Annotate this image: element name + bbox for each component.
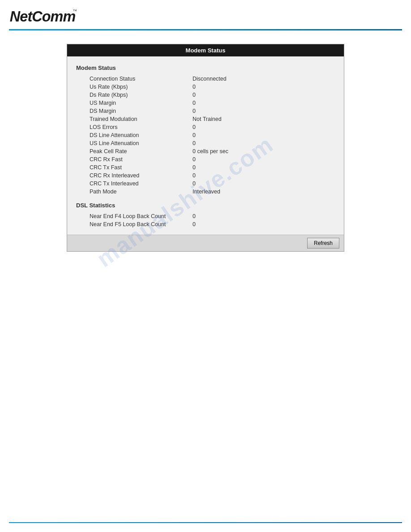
table-row: Connection StatusDisconnected [90, 75, 335, 83]
status-label: CRC Tx Fast [90, 164, 193, 171]
svg-text:NetComm: NetComm [10, 9, 76, 25]
status-value: 0 [193, 140, 196, 146]
status-label: Peak Cell Rate [90, 148, 193, 154]
table-row: DS Line Attenuation0 [90, 131, 335, 139]
table-row: CRC Rx Interleaved0 [90, 172, 335, 180]
dsl-label: Near End F5 Loop Back Count [90, 221, 193, 227]
dsl-label: Near End F4 Loop Back Count [90, 213, 193, 219]
footer-divider [9, 522, 402, 523]
panel-footer: Refresh [67, 235, 344, 251]
status-value: 0 cells per sec [193, 148, 228, 154]
table-row: LOS Errors0 [90, 123, 335, 131]
panel-header: Modem Status [67, 44, 344, 56]
table-row: Near End F4 Loop Back Count0 [90, 212, 335, 220]
table-row: Ds Rate (Kbps)0 [90, 91, 335, 99]
panel-title: Modem Status [186, 47, 226, 54]
status-label: US Line Attenuation [90, 140, 193, 146]
table-row: US Margin0 [90, 99, 335, 107]
dsl-status-rows: Near End F4 Loop Back Count0Near End F5 … [76, 212, 335, 228]
dsl-value: 0 [193, 213, 196, 219]
table-row: DS Margin0 [90, 107, 335, 115]
table-row: Near End F5 Loop Back Count0 [90, 220, 335, 228]
table-row: Trained ModulationNot Trained [90, 115, 335, 123]
status-value: 0 [193, 164, 196, 171]
modem-status-rows: Connection StatusDisconnectedUs Rate (Kb… [76, 75, 335, 196]
modem-section-title: Modem Status [76, 64, 335, 71]
status-value: Interleaved [193, 189, 220, 195]
status-label: CRC Rx Interleaved [90, 172, 193, 179]
status-value: 0 [193, 124, 196, 130]
status-value: Not Trained [193, 116, 222, 122]
status-label: Ds Rate (Kbps) [90, 92, 193, 98]
status-value: 0 [193, 156, 196, 163]
status-label: Us Rate (Kbps) [90, 84, 193, 90]
table-row: Us Rate (Kbps)0 [90, 83, 335, 91]
status-value: 0 [193, 108, 196, 114]
status-label: Connection Status [90, 76, 193, 82]
status-value: 0 [193, 92, 196, 98]
logo-area: NetComm ™ [9, 5, 81, 26]
netcomm-logo: NetComm ™ [9, 5, 81, 26]
status-label: US Margin [90, 100, 193, 106]
status-value: 0 [193, 84, 196, 90]
status-label: CRC Tx Interleaved [90, 180, 193, 187]
dsl-value: 0 [193, 221, 196, 227]
status-value: 0 [193, 180, 196, 187]
refresh-button[interactable]: Refresh [307, 238, 339, 249]
status-value: Disconnected [193, 76, 227, 82]
table-row: US Line Attenuation0 [90, 139, 335, 147]
main-content: Modem Status Modem Status Connection Sta… [0, 30, 411, 265]
status-label: CRC Rx Fast [90, 156, 193, 163]
status-label: Trained Modulation [90, 116, 193, 122]
status-value: 0 [193, 132, 196, 138]
table-row: CRC Rx Fast0 [90, 155, 335, 163]
status-value: 0 [193, 172, 196, 179]
dsl-section-title: DSL Statistics [76, 202, 335, 209]
status-value: 0 [193, 100, 196, 106]
dsl-statistics-section: DSL Statistics Near End F4 Loop Back Cou… [76, 202, 335, 228]
svg-text:™: ™ [73, 9, 77, 13]
status-label: LOS Errors [90, 124, 193, 130]
table-row: Path ModeInterleaved [90, 188, 335, 196]
status-label: DS Line Attenuation [90, 132, 193, 138]
status-label: DS Margin [90, 108, 193, 114]
modem-status-panel: Modem Status Modem Status Connection Sta… [67, 44, 344, 252]
table-row: CRC Tx Interleaved0 [90, 180, 335, 188]
status-label: Path Mode [90, 189, 193, 195]
page-header: NetComm ™ [0, 0, 411, 29]
panel-body: Modem Status Connection StatusDisconnect… [67, 56, 344, 235]
table-row: CRC Tx Fast0 [90, 163, 335, 172]
table-row: Peak Cell Rate0 cells per sec [90, 147, 335, 155]
